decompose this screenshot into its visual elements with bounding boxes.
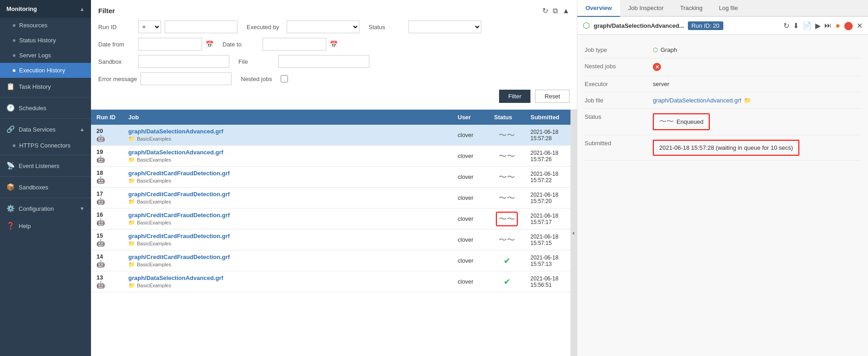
close-icon[interactable]: ✕ (857, 21, 863, 30)
table-row[interactable]: 13🤖graph/DataSelectionAdvanced.grf📁Basic… (91, 271, 570, 292)
job-folder: 📁BasicExamples (128, 219, 447, 226)
error-message-input[interactable] (141, 72, 232, 85)
reset-button[interactable]: Reset (535, 90, 570, 103)
filter-button[interactable]: Filter (499, 90, 530, 103)
job-cell[interactable]: graph/CreditCardFraudDetection.grf📁Basic… (123, 167, 452, 188)
run-id-input[interactable] (165, 20, 237, 33)
status-select[interactable] (409, 20, 481, 33)
job-name-link[interactable]: graph/CreditCardFraudDetection.grf (128, 233, 447, 239)
sidebar-item-label: Configuration (19, 205, 54, 212)
job-name-link[interactable]: graph/CreditCardFraudDetection.grf (128, 254, 447, 260)
submitted-detail-label: Submitted (585, 140, 653, 147)
run-id-operator-select[interactable]: = (138, 20, 161, 33)
fast-forward-icon[interactable]: ⏭ (824, 21, 832, 30)
sidebar-item-execution-history[interactable]: Execution History (0, 63, 91, 78)
date-from-label: Date from (98, 41, 135, 48)
sidebar-item-help[interactable]: ❓ Help (0, 217, 91, 234)
job-name-link[interactable]: graph/DataSelectionAdvanced.grf (128, 128, 447, 135)
refresh-icon[interactable]: ↻ (542, 6, 548, 15)
table-row[interactable]: 17🤖graph/CreditCardFraudDetection.grf📁Ba… (91, 188, 570, 209)
orange-dot-icon[interactable]: ● (835, 21, 840, 31)
status-detail-value: 〜〜 Enqueued (653, 113, 710, 130)
run-id-cell: 17🤖 (91, 188, 123, 209)
schedules-icon: 🕐 (6, 104, 15, 112)
play-icon[interactable]: ▶ (815, 21, 821, 30)
detail-row-status: Status 〜〜 Enqueued (585, 109, 861, 135)
tab-bar: Overview Job Inspector Tracking Log file (577, 0, 868, 17)
sidebar-item-resources[interactable]: Resources (0, 18, 91, 33)
table-row[interactable]: 20🤖graph/DataSelectionAdvanced.grf📁Basic… (91, 125, 570, 146)
tab-overview[interactable]: Overview (577, 0, 620, 17)
sidebar-item-task-history[interactable]: 📋 Task History (0, 78, 91, 95)
table-row[interactable]: 19🤖graph/DataSelectionAdvanced.grf📁Basic… (91, 146, 570, 167)
job-cell[interactable]: graph/CreditCardFraudDetection.grf📁Basic… (123, 209, 452, 229)
table-row[interactable]: 15🤖graph/CreditCardFraudDetection.grf📁Ba… (91, 229, 570, 250)
date-to-input[interactable] (262, 38, 326, 51)
clone-icon[interactable]: ⧉ (553, 7, 558, 15)
sidebar: Monitoring ▲ Resources Status History Se… (0, 0, 91, 356)
file-icon[interactable]: 📄 (802, 21, 812, 30)
job-cell[interactable]: graph/CreditCardFraudDetection.grf📁Basic… (123, 188, 452, 209)
collapse-icon[interactable]: ▲ (562, 7, 570, 15)
panel-header-icons: ↻ ⬇ 📄 ▶ ⏭ ● ⬤ ✕ (783, 20, 863, 31)
sidebar-item-event-listeners[interactable]: 📡 Event Listeners (0, 157, 91, 174)
job-file-link[interactable]: graph/DataSelectionAdvanced.grf (653, 97, 741, 104)
table-row[interactable]: 16🤖graph/CreditCardFraudDetection.grf📁Ba… (91, 209, 570, 229)
refresh-panel-icon[interactable]: ↻ (783, 21, 789, 30)
collapse-handle[interactable]: ‹ (570, 110, 577, 356)
event-listeners-icon: 📡 (6, 162, 15, 170)
nested-jobs-checkbox[interactable] (281, 75, 288, 82)
error-message-label: Error message (98, 76, 137, 82)
tab-tracking[interactable]: Tracking (672, 0, 711, 17)
job-name-link[interactable]: graph/CreditCardFraudDetection.grf (128, 212, 447, 219)
sidebar-monitoring-header[interactable]: Monitoring ▲ (0, 0, 91, 18)
bullet-icon (13, 54, 15, 57)
job-folder: 📁BasicExamples (128, 240, 447, 247)
tab-job-inspector[interactable]: Job Inspector (620, 0, 672, 17)
panel-graph-icon: ⬡ (583, 20, 590, 31)
status-cell: 〜〜 (489, 229, 525, 250)
sidebar-item-status-history[interactable]: Status History (0, 33, 91, 48)
job-file-folder-icon[interactable]: 📁 (744, 97, 751, 104)
job-name-link[interactable]: graph/DataSelectionAdvanced.grf (128, 149, 447, 156)
tab-log-file[interactable]: Log file (711, 0, 746, 17)
table-row[interactable]: 14🤖graph/CreditCardFraudDetection.grf📁Ba… (91, 250, 570, 271)
col-run-id: Run ID (91, 110, 123, 125)
job-cell[interactable]: graph/CreditCardFraudDetection.grf📁Basic… (123, 250, 452, 271)
job-name-link[interactable]: graph/CreditCardFraudDetection.grf (128, 170, 447, 177)
submitted-cell: 2021-06-1815:57:15 (525, 229, 570, 250)
date-from-input[interactable] (138, 38, 202, 51)
file-input[interactable] (278, 55, 369, 68)
calendar-to-icon[interactable]: 📅 (330, 41, 338, 48)
sidebar-item-label: Data Services (19, 126, 56, 133)
executed-by-select[interactable] (287, 20, 359, 33)
sidebar-item-https-connectors[interactable]: HTTPS Connectors (0, 138, 91, 153)
help-icon: ❓ (6, 222, 15, 230)
run-id-field: Run ID = (98, 20, 237, 33)
job-name-link[interactable]: graph/CreditCardFraudDetection.grf (128, 191, 447, 198)
data-services-chevron: ▲ (80, 127, 85, 132)
detail-row-job-file: Job file graph/DataSelectionAdvanced.grf… (585, 92, 861, 109)
user-cell: clover (452, 125, 489, 146)
sidebar-item-schedules[interactable]: 🕐 Schedules (0, 99, 91, 117)
sidebar-item-data-services[interactable]: 🔗 Data Services ▲ (0, 121, 91, 138)
sandbox-input[interactable] (138, 55, 229, 68)
stop-icon[interactable]: ⬤ (844, 20, 853, 31)
sidebar-item-server-logs[interactable]: Server Logs (0, 48, 91, 63)
filter-header-icons: ↻ ⧉ ▲ (542, 6, 570, 15)
job-cell[interactable]: graph/DataSelectionAdvanced.grf📁BasicExa… (123, 125, 452, 146)
job-name-link[interactable]: graph/DataSelectionAdvanced.grf (128, 275, 447, 281)
job-type-value: ⬡ Graph (653, 46, 677, 53)
sidebar-item-configuration[interactable]: ⚙️ Configuration ▼ (0, 200, 91, 217)
job-cell[interactable]: graph/DataSelectionAdvanced.grf📁BasicExa… (123, 271, 452, 292)
filter-row-1: Run ID = Executed by Status (98, 20, 570, 33)
job-cell[interactable]: graph/CreditCardFraudDetection.grf📁Basic… (123, 229, 452, 250)
job-folder: 📁BasicExamples (128, 136, 447, 142)
table-row[interactable]: 18🤖graph/CreditCardFraudDetection.grf📁Ba… (91, 167, 570, 188)
sidebar-item-sandboxes[interactable]: 📦 Sandboxes (0, 178, 91, 196)
job-cell[interactable]: graph/DataSelectionAdvanced.grf📁BasicExa… (123, 146, 452, 167)
calendar-from-icon[interactable]: 📅 (206, 41, 213, 48)
job-folder: 📁BasicExamples (128, 178, 447, 184)
job-file-label: Job file (585, 97, 653, 104)
download-icon[interactable]: ⬇ (793, 21, 799, 30)
